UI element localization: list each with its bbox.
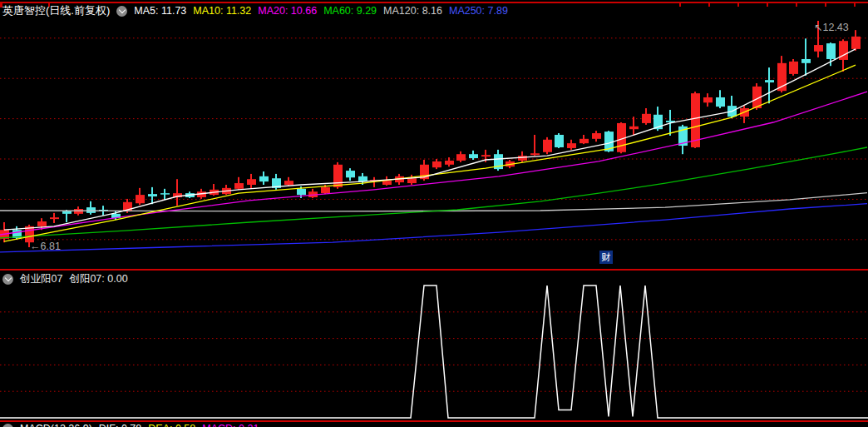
candle: [642, 114, 651, 123]
candle: [74, 209, 83, 214]
candle: [469, 154, 478, 158]
macd-panel-header: MACD(12,26,9) DIF: 0.78 DEA: 0.58 MACD: …: [2, 422, 259, 427]
candle: [234, 183, 244, 189]
candle: [703, 97, 713, 102]
price-gridlines: [0, 38, 868, 391]
candle: [481, 155, 491, 156]
candle: [555, 135, 564, 147]
candle: [789, 62, 798, 74]
indicator-panel-header: 创业阳07 创阳07: 0.00: [2, 272, 128, 285]
ma120-label: MA120: 8.16: [383, 5, 442, 17]
candle: [136, 195, 145, 203]
low-price-label: ←6.81: [30, 241, 61, 252]
ma5-label: MA5: 11.73: [134, 5, 186, 17]
high-price-label: ↖12.43: [814, 21, 849, 33]
candle: [321, 187, 330, 193]
candle: [382, 181, 392, 185]
candle: [148, 194, 157, 196]
candle: [801, 59, 811, 63]
candle: [530, 153, 540, 155]
candle: [284, 181, 293, 185]
candle-wick: [176, 179, 178, 206]
candle: [160, 193, 170, 195]
candle-wick: [633, 117, 634, 136]
candlestick-chart[interactable]: [0, 0, 868, 427]
candle: [765, 80, 774, 82]
candle: [567, 143, 576, 148]
candle: [592, 133, 601, 139]
candle: [518, 156, 527, 161]
chevron-down-icon[interactable]: [2, 274, 13, 285]
candle: [297, 189, 306, 195]
candle: [826, 43, 836, 59]
chevron-down-icon[interactable]: [2, 424, 13, 427]
candle: [579, 139, 589, 143]
candle-wick: [805, 38, 806, 76]
candles: [0, 21, 861, 247]
candle: [333, 165, 343, 187]
candle: [445, 161, 454, 165]
main-chart-header: 英唐智控(日线.前复权) MA5: 11.73 MA10: 11.32 MA20…: [2, 4, 508, 17]
trading-app-window: 英唐智控(日线.前复权) MA5: 11.73 MA10: 11.32 MA20…: [0, 0, 868, 427]
chevron-down-icon[interactable]: [116, 6, 127, 17]
candle: [814, 45, 823, 52]
candle: [716, 97, 725, 107]
pane-divider: [0, 269, 868, 271]
candle: [346, 171, 355, 177]
candle: [456, 154, 466, 161]
candle-wick: [534, 135, 535, 156]
signal-marker-cai[interactable]: 财: [599, 251, 613, 264]
candle: [37, 221, 47, 226]
ma-line-ma10: [4, 65, 856, 241]
ma60-label: MA60: 9.29: [323, 5, 377, 17]
high-arrow-icon: ↖: [814, 22, 822, 33]
ma10-label: MA10: 11.32: [193, 5, 251, 17]
candle-wick: [768, 67, 770, 103]
chart-title: 英唐智控(日线.前复权): [2, 3, 110, 18]
macd-label: MACD: 0.21: [202, 423, 259, 427]
macd-params-label: MACD(12,26,9): [20, 423, 92, 427]
dif-label: DIF: 0.78: [99, 423, 141, 427]
ma250-label: MA250: 7.89: [449, 5, 508, 17]
dea-label: DEA: 0.58: [148, 423, 195, 427]
ma-line-ma60: [0, 147, 867, 238]
candle: [407, 178, 417, 183]
candle: [86, 207, 96, 213]
candle: [543, 140, 552, 152]
ma20-label: MA20: 10.66: [258, 5, 317, 17]
candle: [629, 127, 639, 129]
candle: [247, 179, 256, 185]
indicator-value: 创阳07: 0.00: [69, 272, 127, 286]
candle: [50, 217, 59, 219]
ma-lines: [0, 49, 867, 252]
candle: [432, 161, 441, 167]
candle: [259, 176, 269, 181]
candle: [62, 211, 72, 214]
indicator-line: [0, 285, 868, 418]
candle: [851, 37, 861, 49]
indicator-name: 创业阳07: [20, 272, 62, 286]
